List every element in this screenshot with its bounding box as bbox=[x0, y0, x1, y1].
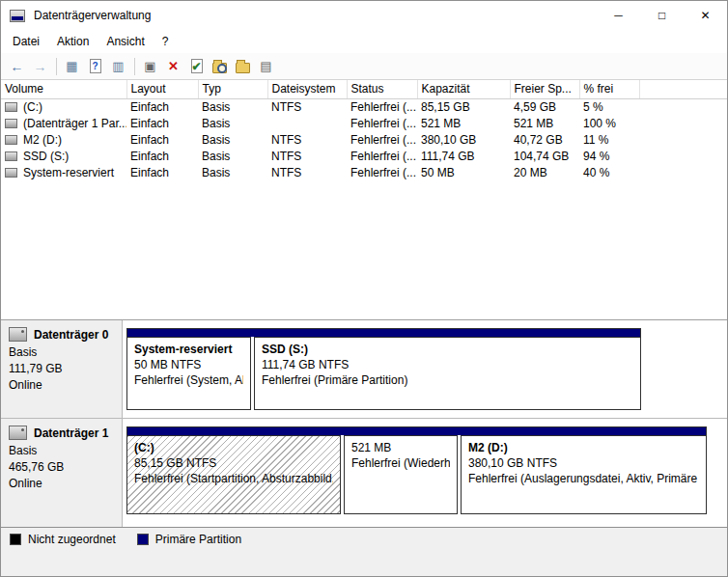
window-title: Datenträgerverwaltung bbox=[34, 9, 151, 22]
column-header-filler bbox=[639, 80, 727, 98]
partition-title: SSD (S:) bbox=[262, 342, 633, 357]
close-button[interactable]: ✕ bbox=[684, 1, 727, 30]
disk-row-0: Datenträger 0 Basis 111,79 GB Online Sys… bbox=[1, 320, 727, 419]
cell-dateisystem: NTFS bbox=[267, 148, 347, 164]
context-menu-glyph: ▣ bbox=[144, 59, 155, 73]
cell-dateisystem: NTFS bbox=[267, 131, 347, 148]
cell-kapazitaet: 50 MB bbox=[417, 164, 510, 180]
context-menu-icon[interactable]: ▣ bbox=[139, 55, 161, 77]
disk-icon bbox=[9, 426, 27, 440]
volume-name: SSD (S:) bbox=[23, 150, 69, 163]
cell-typ: Basis bbox=[198, 148, 267, 164]
menu-aktion[interactable]: Aktion bbox=[48, 32, 98, 51]
disk-info-panel[interactable]: Datenträger 0 Basis 111,79 GB Online bbox=[1, 320, 123, 418]
partition-system-reserviert[interactable]: System-reserviert 50 MB NTFS Fehlerfrei … bbox=[126, 337, 251, 410]
cell-status: Fehlerfrei (... bbox=[347, 115, 417, 131]
cell-prozent-frei: 11 % bbox=[579, 131, 639, 148]
status-strip bbox=[1, 550, 727, 576]
column-header-kapazitaet[interactable]: Kapazität bbox=[417, 80, 510, 98]
volume-name: System-reserviert bbox=[23, 166, 114, 179]
table-row[interactable]: System-reserviert Einfach Basis NTFS Feh… bbox=[1, 164, 727, 180]
disk-icon bbox=[9, 327, 27, 342]
legend-bar: Nicht zugeordnet Primäre Partition bbox=[1, 527, 727, 550]
disk-name: Datenträger 1 bbox=[34, 426, 108, 440]
help-glyph: ? bbox=[90, 59, 101, 73]
table-row[interactable]: SSD (S:) Einfach Basis NTFS Fehlerfrei (… bbox=[1, 148, 727, 164]
partition-ssd-s[interactable]: SSD (S:) 111,74 GB NTFS Fehlerfrei (Prim… bbox=[254, 337, 641, 410]
view-options-icon[interactable]: ▤ bbox=[255, 55, 277, 77]
column-header-typ[interactable]: Typ bbox=[198, 80, 267, 98]
table-row[interactable]: (C:) Einfach Basis NTFS Fehlerfrei (... … bbox=[1, 98, 727, 115]
cell-layout: Einfach bbox=[126, 148, 198, 164]
menu-datei[interactable]: Datei bbox=[4, 32, 48, 51]
folder-glyph bbox=[236, 63, 250, 73]
disk-status: Online bbox=[9, 378, 122, 392]
partition-status: Fehlerfrei (Primäre Partition) bbox=[262, 372, 633, 388]
disk-name: Datenträger 0 bbox=[34, 328, 108, 342]
help-icon[interactable]: ? bbox=[84, 55, 106, 77]
partition-size: 111,74 GB NTFS bbox=[262, 357, 633, 372]
window-controls: ─ □ ✕ bbox=[597, 1, 727, 30]
unallocated-swatch bbox=[10, 534, 21, 545]
open-folder-icon[interactable] bbox=[232, 55, 254, 77]
volume-table: Volume Layout Typ Dateisystem Status Kap… bbox=[1, 80, 727, 180]
column-header-status[interactable]: Status bbox=[347, 80, 417, 98]
primary-partition-color-band bbox=[126, 426, 707, 435]
show-action-pane-icon[interactable]: ▥ bbox=[107, 55, 129, 77]
volume-icon bbox=[5, 119, 17, 128]
table-row[interactable]: M2 (D:) Einfach Basis NTFS Fehlerfrei (.… bbox=[1, 131, 727, 148]
disk-info-panel[interactable]: Datenträger 1 Basis 465,76 GB Online bbox=[1, 419, 123, 527]
disk-management-app-icon bbox=[10, 10, 25, 22]
title-bar: Datenträgerverwaltung ─ □ ✕ bbox=[1, 1, 727, 30]
column-header-layout[interactable]: Layout bbox=[126, 80, 198, 98]
check-volume-icon[interactable]: ✔ bbox=[185, 55, 208, 77]
cell-freier-speicher: 104,74 GB bbox=[510, 148, 579, 164]
cell-typ: Basis bbox=[198, 131, 267, 148]
column-header-prozent-frei[interactable]: % frei bbox=[579, 80, 639, 98]
explore-search-icon[interactable] bbox=[209, 55, 231, 77]
minimize-button[interactable]: ─ bbox=[597, 1, 640, 30]
cell-prozent-frei: 40 % bbox=[579, 164, 639, 180]
partition-size: 521 MB bbox=[351, 440, 450, 455]
cell-typ: Basis bbox=[198, 164, 267, 180]
cell-dateisystem: NTFS bbox=[267, 164, 347, 180]
column-header-volume[interactable]: Volume bbox=[1, 80, 126, 98]
maximize-button[interactable]: □ bbox=[640, 1, 684, 30]
cell-freier-speicher: 40,72 GB bbox=[510, 131, 579, 148]
check-glyph: ✔ bbox=[191, 59, 203, 73]
cell-status: Fehlerfrei (... bbox=[347, 131, 417, 148]
volume-icon bbox=[5, 151, 17, 161]
menu-hilfe[interactable]: ? bbox=[154, 32, 178, 51]
partition-recovery[interactable]: 521 MB Fehlerfrei (Wiederher bbox=[344, 435, 458, 514]
cell-kapazitaet: 521 MB bbox=[417, 115, 510, 131]
disk-row-1: Datenträger 1 Basis 465,76 GB Online (C:… bbox=[1, 419, 727, 527]
partition-c[interactable]: (C:) 85,15 GB NTFS Fehlerfrei (Startpart… bbox=[126, 435, 341, 514]
cell-dateisystem: NTFS bbox=[267, 98, 347, 115]
volume-icon bbox=[5, 135, 17, 145]
partition-m2-d[interactable]: M2 (D:) 380,10 GB NTFS Fehlerfrei (Ausla… bbox=[461, 435, 707, 514]
partition-status: Fehlerfrei (System, Akt bbox=[134, 372, 243, 388]
table-header-row: Volume Layout Typ Dateisystem Status Kap… bbox=[1, 80, 727, 98]
cell-typ: Basis bbox=[198, 98, 267, 115]
volume-list-pane: Volume Layout Typ Dateisystem Status Kap… bbox=[1, 80, 727, 319]
column-header-freier-speicher[interactable]: Freier Sp... bbox=[510, 80, 579, 98]
delete-volume-icon[interactable]: ✕ bbox=[162, 55, 184, 77]
menu-bar: Datei Aktion Ansicht ? bbox=[1, 30, 727, 53]
forward-icon[interactable]: → bbox=[29, 55, 51, 77]
check-mark-glyph: ✔ bbox=[191, 60, 201, 73]
legend-label: Primäre Partition bbox=[155, 533, 241, 546]
cell-kapazitaet: 85,15 GB bbox=[417, 98, 510, 115]
back-icon[interactable]: ← bbox=[6, 55, 28, 77]
partition-status: Fehlerfrei (Startpartition, Absturzabbil… bbox=[134, 471, 333, 486]
cell-layout: Einfach bbox=[126, 131, 198, 148]
volume-name: M2 (D:) bbox=[23, 133, 62, 147]
partition-status: Fehlerfrei (Wiederher bbox=[351, 455, 450, 471]
cell-dateisystem bbox=[267, 115, 347, 131]
show-console-tree-icon[interactable]: ▦ bbox=[61, 55, 83, 77]
column-header-dateisystem[interactable]: Dateisystem bbox=[267, 80, 347, 98]
cell-freier-speicher: 4,59 GB bbox=[510, 98, 579, 115]
menu-ansicht[interactable]: Ansicht bbox=[98, 32, 153, 51]
disk-size: 111,79 GB bbox=[9, 362, 122, 375]
primary-partition-swatch bbox=[137, 534, 149, 545]
table-row[interactable]: (Datenträger 1 Par... Einfach Basis Fehl… bbox=[1, 115, 727, 131]
